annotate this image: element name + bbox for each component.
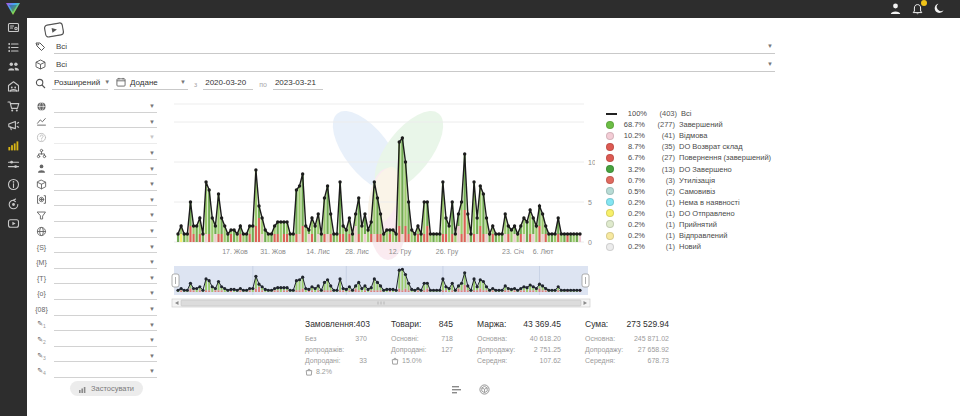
bar-return: [323, 234, 325, 242]
sidebar-item-store-icon[interactable]: [0, 77, 27, 97]
filter-dropdown-field[interactable]: ▼: [54, 179, 157, 191]
orders-chart[interactable]: 051017. Жов31. Жов14. Лис28. Лис12. Гру2…: [170, 96, 595, 311]
filter-row-plus-brackets[interactable]: ▼: [35, 193, 157, 209]
data-point: [313, 224, 316, 227]
moon-icon[interactable]: [933, 2, 946, 15]
sidebar-item-analytics-icon[interactable]: [0, 136, 27, 156]
legend-item[interactable]: 0.2%(1)Відправлений: [606, 230, 771, 241]
list-view-icon[interactable]: [451, 384, 462, 395]
data-point: [382, 232, 385, 235]
apply-button[interactable]: Застосувати: [70, 381, 143, 396]
filter-row-pencil1[interactable]: ✎1▼: [35, 317, 157, 333]
sidebar-item-sliders-icon[interactable]: [0, 155, 27, 175]
filter-dropdown-field[interactable]: ▼: [54, 241, 157, 253]
filter-row-globe-dark[interactable]: ▼: [35, 99, 157, 115]
data-point: [267, 232, 270, 235]
filter-row-question[interactable]: ▼: [35, 130, 157, 146]
bar-return: [451, 234, 453, 242]
legend-item[interactable]: 10.2%(41)Відмова: [606, 130, 771, 141]
filter-dropdown-field[interactable]: ▼: [54, 226, 157, 238]
data-point: [245, 232, 248, 235]
sidebar-item-swirl-icon[interactable]: [0, 194, 27, 214]
sidebar-item-orders-list-icon[interactable]: [0, 38, 27, 58]
stat-sub-label: Основні:: [391, 333, 419, 344]
filter-row-pencil2[interactable]: ✎2▼: [35, 333, 157, 349]
sidebar-item-clients-icon[interactable]: [0, 57, 27, 77]
legend-item[interactable]: 0.7%(3)Утилізація: [606, 175, 771, 186]
filter-row-globe-wire[interactable]: ▼: [35, 224, 157, 240]
sidebar-item-video-icon[interactable]: [0, 214, 27, 234]
legend-item[interactable]: 68.7%(277)Завершений: [606, 119, 771, 130]
filter-row-08[interactable]: {08}▼: [35, 302, 157, 318]
video-tutorial-icon[interactable]: [43, 21, 65, 38]
filter-row-funnel[interactable]: ▼: [35, 208, 157, 224]
data-point: [401, 136, 404, 139]
search-icon[interactable]: [35, 78, 46, 89]
filter-dropdown-field[interactable]: ▼: [54, 272, 157, 284]
date-to-input[interactable]: 2023-03-21: [273, 76, 323, 90]
filter-dropdown-field[interactable]: ▼: [54, 304, 157, 316]
category-filter[interactable]: Всі▼: [35, 39, 775, 54]
sidebar-item-megaphone-icon[interactable]: [0, 116, 27, 136]
data-point: [195, 224, 198, 227]
legend-label: Новий: [679, 242, 701, 251]
filter-row-hierarchy[interactable]: ▼: [35, 146, 157, 162]
filter-dropdown-field[interactable]: ▼: [54, 116, 157, 128]
pencil-icon: ✎1: [35, 320, 48, 329]
search-mode-select[interactable]: Розширений ▼: [52, 76, 108, 90]
filter-dropdown-field[interactable]: ▼: [54, 163, 157, 175]
filter-row-M[interactable]: {M}▼: [35, 255, 157, 271]
legend-item[interactable]: 0.2%(1)Прийнятий: [606, 219, 771, 230]
legend-label: Нема в наявності: [679, 198, 740, 207]
data-point: [354, 212, 357, 215]
bar-return: [417, 234, 419, 242]
stat-sub-label: Без допродажів:: [305, 333, 355, 355]
legend-item[interactable]: 0.5%(2)Самовивіз: [606, 186, 771, 197]
filter-dropdown-field[interactable]: ▼: [54, 366, 157, 378]
data-point: [528, 208, 531, 211]
bar-completed: [314, 226, 316, 242]
filter-row-trend[interactable]: ▼: [35, 115, 157, 131]
filter-row-T[interactable]: {T}▼: [35, 271, 157, 287]
filter-row-person[interactable]: ▼: [35, 161, 157, 177]
data-point: [578, 232, 581, 235]
bar-return: [426, 226, 428, 242]
filter-dropdown-field[interactable]: ▼: [54, 194, 157, 206]
filter-dropdown-field[interactable]: ▼: [54, 148, 157, 160]
bell-icon[interactable]: [911, 2, 924, 15]
legend-count: (13): [649, 165, 675, 174]
bar-return: [423, 234, 425, 242]
filter-row-pencil4[interactable]: ✎4▼: [35, 364, 157, 380]
legend-item[interactable]: 0.2%(1)Нема в наявності: [606, 197, 771, 208]
app-logo-icon[interactable]: [5, 1, 21, 17]
product-filter[interactable]: Всі▼: [35, 57, 775, 72]
filter-dropdown-field[interactable]: ▼: [54, 335, 157, 347]
filter-dropdown-field[interactable]: ▼: [54, 210, 157, 222]
legend-item[interactable]: 8.7%(35)DO Возврат склад: [606, 141, 771, 152]
filter-row-o[interactable]: {o}▼: [35, 286, 157, 302]
user-icon[interactable]: [889, 2, 902, 15]
legend-item[interactable]: 0.2%(1)Новий: [606, 241, 771, 252]
filter-dropdown-field[interactable]: ▼: [54, 288, 157, 300]
sidebar-item-info-icon[interactable]: [0, 175, 27, 195]
filter-dropdown-field[interactable]: ▼: [54, 132, 157, 144]
filter-dropdown-field[interactable]: ▼: [54, 319, 157, 331]
filter-dropdown-field[interactable]: ▼: [54, 350, 157, 362]
filter-row-pencil3[interactable]: ✎3▼: [35, 349, 157, 365]
sidebar-item-dashboard-card-icon[interactable]: [0, 18, 27, 38]
date-field-select[interactable]: Додане ▼: [114, 76, 188, 90]
data-point: [429, 232, 432, 235]
filter-row-box3d[interactable]: ▼: [35, 177, 157, 193]
filter-dropdown-field[interactable]: ▼: [54, 257, 157, 269]
legend-item[interactable]: 0.2%(1)DO Отправлено: [606, 208, 771, 219]
brace-icon: {M}: [35, 259, 48, 266]
package-circle-icon[interactable]: [479, 384, 490, 395]
sidebar-item-cart-icon[interactable]: [0, 96, 27, 116]
filter-row-S[interactable]: {S}▼: [35, 239, 157, 255]
date-from-input[interactable]: 2020-03-20: [203, 76, 253, 90]
legend-item[interactable]: 100%(403)Всі: [606, 108, 771, 119]
chevron-down-icon: ▼: [149, 103, 155, 109]
legend-item[interactable]: 3.2%(13)DO Завершено: [606, 163, 771, 174]
legend-item[interactable]: 6.7%(27)Повернення (завершений): [606, 152, 771, 163]
filter-dropdown-field[interactable]: ▼: [54, 101, 157, 113]
